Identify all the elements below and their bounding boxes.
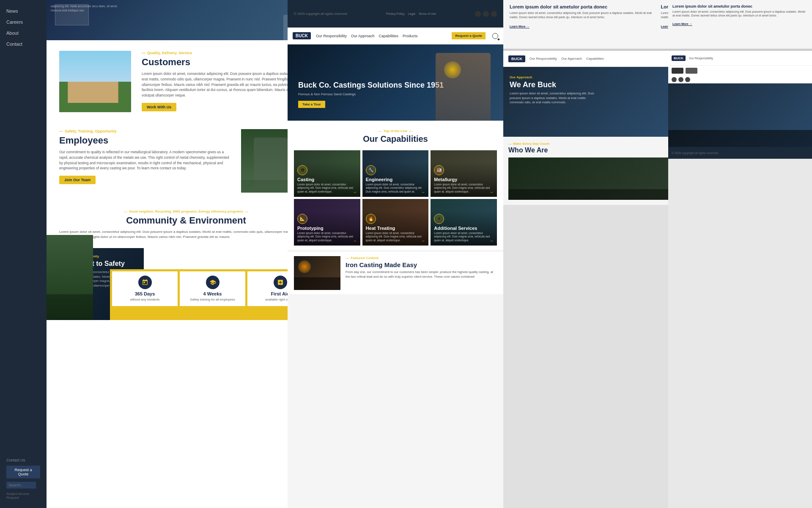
right-panels: Lorem ipsum dolor sit ametulor porta don…	[503, 0, 812, 508]
sm-social-1[interactable]	[672, 77, 677, 82]
cap-card-overlay-metallurgy: 🏭 Metallurgy Lorem ipsum dolor sit amet,…	[431, 162, 497, 197]
we-are-title: We Are Buck	[510, 80, 594, 89]
cap-metallurgy-body: Lorem ipsum dolor sit amet, consectetur …	[434, 183, 494, 193]
community-title: Community & Environment	[59, 215, 313, 226]
additional-icon: +	[434, 214, 444, 224]
sidebar-item-news[interactable]: News	[6, 8, 40, 14]
customers-image	[59, 51, 131, 112]
engineering-icon: 🔧	[366, 165, 376, 175]
cap-heat-treating-title: Heat Treating	[366, 226, 425, 231]
cap-heat-treating-body: Lorem ipsum dolor sit amet, consectetur …	[366, 232, 425, 242]
customers-cta-button[interactable]: Work With Us	[142, 103, 176, 111]
terms-link[interactable]: Terms of Use	[419, 12, 436, 15]
community-body: Lorem ipsum dolor sit amet, consectetur …	[59, 229, 313, 240]
cap-additional-body: Lorem ipsum dolor sit amet, consectetur …	[434, 232, 494, 242]
iron-casting-image	[294, 256, 340, 290]
buck-hero-title: Buck Co. Castings Solutions Since 1951	[298, 81, 444, 90]
metallurgy-icon: 🏭	[434, 165, 444, 175]
sm-footer: © 2020 copyright all rights reserved	[668, 147, 812, 159]
search-icon[interactable]	[492, 33, 498, 39]
nav-capabilities[interactable]: Capabilities	[379, 34, 398, 38]
sm-buck-logo: BUCK	[672, 55, 686, 61]
cap-casting-body: Lorem ipsum dolor sit amet, consectetur …	[297, 183, 357, 193]
left-sidebar: News Careers About Contact Contact Us Re…	[0, 0, 47, 508]
sidebar-search-input[interactable]	[6, 482, 36, 489]
cap-card-metallurgy[interactable]: 🏭 Metallurgy Lorem ipsum dolor sit amet,…	[431, 150, 497, 197]
take-tour-button[interactable]: Take a Tour	[298, 101, 325, 108]
sm-article-body-1: Lorem ipsum dolor sit amet, consectetur …	[672, 10, 808, 17]
left-image-strip	[47, 235, 93, 320]
sm-buck-header: BUCK Our Responsibility	[668, 51, 812, 66]
capabilities-grid: ⚙ Casting Lorem ipsum dolor sit amet, co…	[294, 150, 497, 246]
nav-products[interactable]: Products	[403, 34, 418, 38]
social-icon-2[interactable]	[483, 11, 489, 17]
card-firstaid-title: First Aid	[271, 291, 289, 296]
sidebar-item-contact[interactable]: Contact	[6, 41, 40, 47]
center-content-panel: adipiscing elit. Nulla accumsan arcu dia…	[47, 0, 326, 508]
sm-social-2[interactable]	[678, 77, 683, 82]
social-icon-1[interactable]	[475, 11, 481, 17]
cap-engineering-arrow: →	[421, 190, 425, 194]
sidebar-search-row	[6, 482, 40, 489]
sm-nav-resp[interactable]: Our Responsibility	[689, 57, 713, 60]
request-quote-button[interactable]: Request a Quote	[452, 32, 486, 39]
main-container: News Careers About Contact Contact Us Re…	[0, 0, 812, 508]
prototyping-icon: 📐	[297, 214, 307, 224]
buck-logo: BUCK	[293, 32, 311, 39]
sm-social-row	[668, 76, 812, 83]
right-small-panel: Lorem ipsum dolor sit ametulor porta don…	[668, 0, 812, 508]
buck-header: BUCK Our Responsibility Our Approach Cap…	[288, 28, 503, 44]
sm-icon-row	[668, 66, 812, 76]
cap-card-heat-treating[interactable]: 🔥 Heat Treating Lorem ipsum dolor sit am…	[362, 199, 429, 246]
cap-metallurgy-title: Metallurgy	[434, 177, 494, 182]
cap-heat-treating-arrow: →	[421, 238, 425, 243]
social-icon-3[interactable]	[491, 11, 497, 17]
sidebar-quote-button[interactable]: Request a Quote	[6, 466, 40, 478]
cap-metallurgy-arrow: →	[489, 190, 494, 194]
cap-card-engineering[interactable]: 🔧 Engineering Lorem ipsum dolor sit amet…	[362, 150, 429, 197]
social-icons	[475, 11, 497, 17]
we-are-body: Lorem ipsum dolor sit amet, consectetur …	[510, 91, 594, 105]
safety-cards-container: 365 Days without any incidents 4 Weeks S…	[112, 271, 313, 306]
safety-card-365days: 365 Days without any incidents	[112, 271, 178, 306]
training-icon	[209, 279, 216, 286]
cap-card-casting[interactable]: ⚙ Casting Lorem ipsum dolor sit amet, co…	[294, 150, 360, 197]
community-tag: Good neighbor, Recycling, EMS programs, …	[59, 210, 313, 213]
article-1-learn-more[interactable]: Learn More →	[510, 25, 529, 28]
card-365-subtitle: without any incidents	[130, 298, 160, 302]
heat-treating-icon: 🔥	[366, 214, 376, 224]
sm-article-title-1: Lorem ipsum dolor sit ametulor porta don…	[672, 4, 808, 8]
cap-additional-arrow: →	[489, 238, 494, 243]
nav-our-responsibility-2[interactable]: Our Responsibility	[529, 57, 557, 61]
cap-card-overlay-additional: + Additional Services Lorem ipsum dolor …	[431, 210, 497, 246]
nav-capabilities-2[interactable]: Capabilities	[586, 57, 604, 61]
sidebar-subject-access[interactable]: Subject Access Request	[6, 492, 40, 500]
casting-icon: ⚙	[297, 165, 307, 175]
firstaid-icon	[277, 279, 284, 286]
capabilities-title: Our Capabilities	[294, 134, 497, 144]
nav-our-approach-2[interactable]: Our Approach	[561, 57, 582, 61]
safety-icon-calendar	[138, 276, 152, 289]
cap-prototyping-title: Prototyping	[297, 226, 357, 231]
cap-additional-title: Additional Services	[434, 226, 494, 231]
article-card-1: Lorem ipsum dolor sit ametulor porta don…	[510, 4, 655, 44]
legal-link[interactable]: Legal	[408, 12, 415, 15]
cap-card-prototyping[interactable]: 📐 Prototyping Lorem ipsum dolor sit amet…	[294, 199, 360, 246]
cap-card-overlay-prototyping: 📐 Prototyping Lorem ipsum dolor sit amet…	[294, 210, 360, 246]
sm-learn-more-1[interactable]: Learn More →	[672, 22, 692, 26]
iron-casting-tag: Featured Content	[346, 256, 497, 260]
article-1-title: Lorem ipsum dolor sit ametulor porta don…	[510, 4, 655, 9]
sm-social-3[interactable]	[685, 77, 690, 82]
safety-card-4weeks: 4 Weeks Safety training for all employee…	[180, 271, 245, 306]
previous-footer: © 2020 copyright all rights reserved Pri…	[288, 0, 503, 28]
safety-icon-training	[206, 276, 219, 289]
copyright-text: © 2020 copyright all rights reserved	[294, 12, 347, 16]
employees-cta-button[interactable]: Join Our Team	[59, 176, 96, 184]
cap-card-additional[interactable]: + Additional Services Lorem ipsum dolor …	[431, 199, 497, 246]
privacy-link[interactable]: Privacy Policy	[386, 12, 405, 15]
nav-our-approach[interactable]: Our Approach	[351, 34, 375, 38]
sidebar-item-careers[interactable]: Careers	[6, 19, 40, 25]
nav-our-responsibility[interactable]: Our Responsibility	[316, 34, 347, 38]
employees-title: Employees	[59, 135, 230, 146]
sidebar-item-about[interactable]: About	[6, 30, 40, 36]
